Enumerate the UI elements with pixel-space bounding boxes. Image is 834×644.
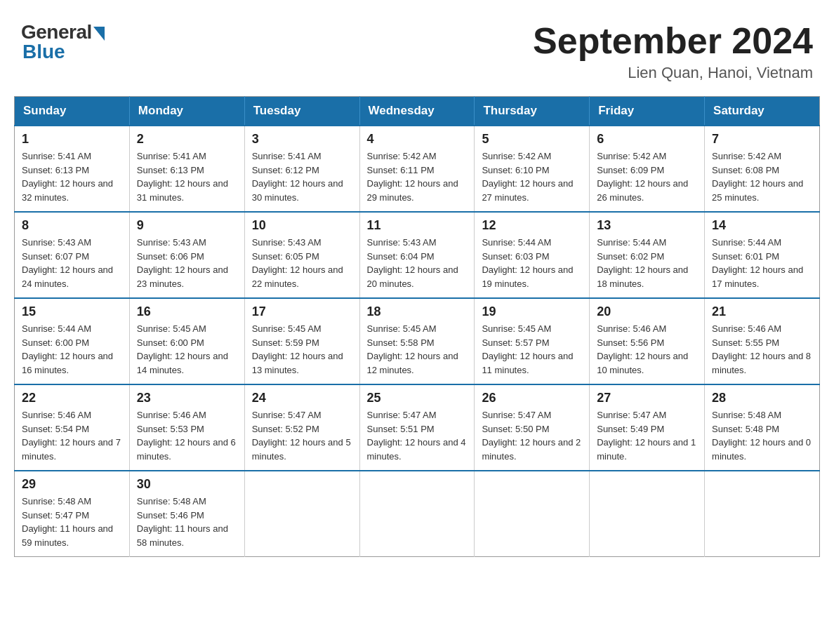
daylight-text: Daylight: 11 hours and 59 minutes. [22, 523, 113, 548]
day-number: 27 [597, 391, 697, 405]
daylight-text: Daylight: 12 hours and 27 minutes. [482, 178, 573, 203]
calendar-week-row: 29 Sunrise: 5:48 AM Sunset: 5:47 PM Dayl… [15, 471, 820, 557]
calendar-day-cell: 9 Sunrise: 5:43 AM Sunset: 6:06 PM Dayli… [129, 212, 244, 298]
day-number: 30 [137, 477, 237, 492]
day-number: 7 [712, 132, 812, 147]
daylight-text: Daylight: 12 hours and 19 minutes. [482, 264, 573, 289]
calendar-day-cell [244, 471, 359, 557]
daylight-text: Daylight: 12 hours and 12 minutes. [367, 351, 458, 375]
day-number: 18 [367, 304, 468, 319]
day-number: 29 [22, 477, 122, 492]
day-number: 9 [137, 218, 237, 233]
day-info: Sunrise: 5:48 AM Sunset: 5:46 PM Dayligh… [137, 495, 237, 549]
sunrise-text: Sunrise: 5:43 AM [137, 237, 206, 248]
day-number: 12 [482, 218, 582, 233]
calendar-day-cell: 3 Sunrise: 5:41 AM Sunset: 6:12 PM Dayli… [244, 126, 359, 212]
daylight-text: Daylight: 12 hours and 24 minutes. [22, 264, 113, 289]
calendar-week-row: 1 Sunrise: 5:41 AM Sunset: 6:13 PM Dayli… [15, 126, 820, 212]
sunrise-text: Sunrise: 5:47 AM [482, 410, 551, 420]
sunset-text: Sunset: 6:05 PM [252, 251, 319, 262]
sunrise-text: Sunrise: 5:48 AM [137, 496, 206, 507]
day-info: Sunrise: 5:48 AM Sunset: 5:48 PM Dayligh… [712, 408, 812, 463]
daylight-text: Daylight: 12 hours and 8 minutes. [712, 351, 811, 375]
day-of-week-header: Monday [129, 97, 244, 126]
daylight-text: Daylight: 12 hours and 11 minutes. [482, 351, 573, 375]
sunrise-text: Sunrise: 5:43 AM [367, 237, 437, 248]
daylight-text: Daylight: 12 hours and 1 minute. [597, 437, 696, 462]
day-number: 22 [22, 391, 122, 405]
sunrise-text: Sunrise: 5:41 AM [252, 151, 322, 161]
daylight-text: Daylight: 12 hours and 25 minutes. [712, 178, 803, 203]
sunrise-text: Sunrise: 5:48 AM [22, 496, 91, 507]
sunrise-text: Sunrise: 5:41 AM [22, 151, 91, 161]
daylight-text: Daylight: 12 hours and 22 minutes. [252, 264, 343, 289]
calendar-week-row: 8 Sunrise: 5:43 AM Sunset: 6:07 PM Dayli… [15, 212, 820, 298]
sunset-text: Sunset: 5:51 PM [367, 424, 435, 434]
sunset-text: Sunset: 5:52 PM [252, 424, 319, 434]
day-info: Sunrise: 5:45 AM Sunset: 5:58 PM Dayligh… [367, 322, 468, 377]
sunset-text: Sunset: 5:57 PM [482, 337, 549, 348]
calendar-day-cell: 28 Sunrise: 5:48 AM Sunset: 5:48 PM Dayl… [705, 384, 820, 471]
calendar-day-cell: 21 Sunrise: 5:46 AM Sunset: 5:55 PM Dayl… [705, 298, 820, 384]
calendar-day-cell [475, 471, 590, 557]
day-info: Sunrise: 5:45 AM Sunset: 5:59 PM Dayligh… [252, 322, 352, 377]
day-number: 14 [712, 218, 812, 233]
daylight-text: Daylight: 11 hours and 58 minutes. [137, 523, 228, 548]
day-number: 21 [712, 304, 812, 319]
sunset-text: Sunset: 6:08 PM [712, 165, 779, 175]
daylight-text: Daylight: 12 hours and 31 minutes. [137, 178, 228, 203]
day-of-week-header: Friday [590, 97, 705, 126]
day-number: 25 [367, 391, 468, 405]
day-number: 1 [22, 132, 122, 147]
day-info: Sunrise: 5:47 AM Sunset: 5:52 PM Dayligh… [252, 408, 352, 463]
day-info: Sunrise: 5:41 AM Sunset: 6:13 PM Dayligh… [22, 149, 122, 204]
day-info: Sunrise: 5:44 AM Sunset: 6:02 PM Dayligh… [597, 236, 697, 290]
sunset-text: Sunset: 5:48 PM [712, 424, 779, 434]
day-info: Sunrise: 5:44 AM Sunset: 6:00 PM Dayligh… [22, 322, 122, 377]
sunset-text: Sunset: 5:55 PM [712, 337, 779, 348]
day-info: Sunrise: 5:47 AM Sunset: 5:50 PM Dayligh… [482, 408, 582, 463]
sunset-text: Sunset: 6:12 PM [252, 165, 319, 175]
calendar-day-cell: 7 Sunrise: 5:42 AM Sunset: 6:08 PM Dayli… [705, 126, 820, 212]
daylight-text: Daylight: 12 hours and 6 minutes. [137, 437, 236, 462]
sunset-text: Sunset: 5:59 PM [252, 337, 319, 348]
day-number: 2 [137, 132, 237, 147]
sunset-text: Sunset: 6:13 PM [22, 165, 89, 175]
day-number: 3 [252, 132, 352, 147]
calendar-week-row: 15 Sunrise: 5:44 AM Sunset: 6:00 PM Dayl… [15, 298, 820, 384]
sunrise-text: Sunrise: 5:46 AM [597, 323, 666, 334]
calendar-day-cell: 19 Sunrise: 5:45 AM Sunset: 5:57 PM Dayl… [475, 298, 590, 384]
day-info: Sunrise: 5:45 AM Sunset: 5:57 PM Dayligh… [482, 322, 582, 377]
daylight-text: Daylight: 12 hours and 10 minutes. [597, 351, 688, 375]
day-of-week-header: Wednesday [359, 97, 475, 126]
calendar-day-cell: 13 Sunrise: 5:44 AM Sunset: 6:02 PM Dayl… [590, 212, 705, 298]
sunset-text: Sunset: 5:53 PM [137, 424, 204, 434]
day-info: Sunrise: 5:42 AM Sunset: 6:09 PM Dayligh… [597, 149, 697, 204]
calendar-week-row: 22 Sunrise: 5:46 AM Sunset: 5:54 PM Dayl… [15, 384, 820, 471]
day-info: Sunrise: 5:44 AM Sunset: 6:03 PM Dayligh… [482, 236, 582, 290]
day-of-week-header: Saturday [705, 97, 820, 126]
day-info: Sunrise: 5:41 AM Sunset: 6:12 PM Dayligh… [252, 149, 352, 204]
day-number: 23 [137, 391, 237, 405]
sunrise-text: Sunrise: 5:47 AM [367, 410, 437, 420]
calendar-day-cell: 12 Sunrise: 5:44 AM Sunset: 6:03 PM Dayl… [475, 212, 590, 298]
daylight-text: Daylight: 12 hours and 29 minutes. [367, 178, 458, 203]
day-of-week-header: Thursday [475, 97, 590, 126]
sunset-text: Sunset: 6:06 PM [137, 251, 204, 262]
day-number: 19 [482, 304, 582, 319]
day-info: Sunrise: 5:45 AM Sunset: 6:00 PM Dayligh… [137, 322, 237, 377]
day-info: Sunrise: 5:46 AM Sunset: 5:55 PM Dayligh… [712, 322, 812, 377]
day-number: 5 [482, 132, 582, 147]
daylight-text: Daylight: 12 hours and 26 minutes. [597, 178, 688, 203]
sunset-text: Sunset: 5:56 PM [597, 337, 664, 348]
day-number: 10 [252, 218, 352, 233]
calendar-day-cell: 8 Sunrise: 5:43 AM Sunset: 6:07 PM Dayli… [15, 212, 130, 298]
daylight-text: Daylight: 12 hours and 13 minutes. [252, 351, 343, 375]
calendar-day-cell: 25 Sunrise: 5:47 AM Sunset: 5:51 PM Dayl… [359, 384, 475, 471]
sunrise-text: Sunrise: 5:47 AM [597, 410, 666, 420]
day-info: Sunrise: 5:42 AM Sunset: 6:11 PM Dayligh… [367, 149, 468, 204]
sunrise-text: Sunrise: 5:41 AM [137, 151, 206, 161]
calendar-day-cell: 24 Sunrise: 5:47 AM Sunset: 5:52 PM Dayl… [244, 384, 359, 471]
sunset-text: Sunset: 6:09 PM [597, 165, 664, 175]
day-info: Sunrise: 5:46 AM Sunset: 5:56 PM Dayligh… [597, 322, 697, 377]
